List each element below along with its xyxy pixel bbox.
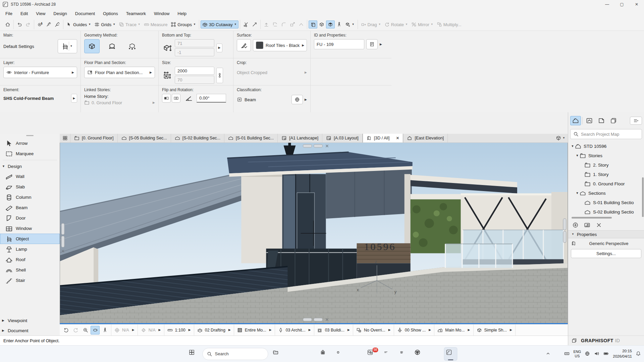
caret-down-icon[interactable]: ▼ [575,154,580,157]
tab-0-ground-floor[interactable]: [0. Ground Floor] [70,134,118,142]
tab-views-icon[interactable] [556,135,561,141]
guides-button[interactable]: Guides▼ [65,20,93,28]
menu-document[interactable]: Document [71,9,99,18]
taskbar-code-button[interactable] [428,347,442,361]
menu-options[interactable]: Options [99,9,122,18]
zoom-in-button[interactable] [81,326,90,335]
view-cube-button[interactable] [317,20,326,28]
tab-a-03-layout[interactable]: [A.03 Layout] [322,134,363,142]
taskbar-firefox-button[interactable] [302,347,316,361]
redo-button[interactable] [24,20,33,28]
bottom-top-expand-button[interactable]: ▶ [216,44,222,52]
tree-item-stories[interactable]: ▼Stories [568,151,644,160]
chevron-right-icon[interactable]: ▶ [380,43,382,46]
tree-item-s-02-building-sectio[interactable]: S-02 Building Sectio [568,207,644,217]
toolbox-item-arrow[interactable]: Arrow [0,138,60,148]
grids-button[interactable]: Grids▼ [93,20,117,28]
geometry-method-simple-button[interactable] [84,39,100,53]
quick-option-03-buildi[interactable]: 03 Buildi...▶ [314,324,353,336]
tree-horizontal-scrollbar[interactable] [572,217,641,220]
quick-option-1-100[interactable]: 1:100▶ [164,324,194,336]
classification-globe-button[interactable] [291,95,303,104]
menu-edit[interactable]: Edit [16,9,32,18]
toolbox-item-object[interactable]: Object [0,234,60,244]
caret-down-icon[interactable]: ▼ [562,137,565,139]
properties-header[interactable]: ▼ Properties [568,230,644,238]
mirror-button[interactable]: Mirror▼ [410,20,435,28]
quick-option-main-mo[interactable]: Main Mo...▶ [434,324,473,336]
menu-file[interactable]: File [1,9,16,18]
toolbox-item-shell[interactable]: Shell [0,265,60,275]
tab-a1-landscape[interactable]: [A1 Landscape] [278,134,322,142]
viewport-3d[interactable]: 10596 z [60,143,568,324]
toolbox-item-column[interactable]: Column [0,192,60,202]
taskbar-wechat-button[interactable]: 98 [365,347,379,361]
layout-book-button[interactable] [596,116,607,125]
hidden-icons-button[interactable] [545,351,551,357]
tab-close-icon[interactable]: ✕ [396,136,399,140]
tab-3d-all[interactable]: [3D / All]✕ [363,134,404,142]
toolbox-item-door[interactable]: Door [0,213,60,223]
home-button[interactable] [3,20,12,28]
element-id-input[interactable]: FU - 109 [314,39,364,49]
adjust-button[interactable] [250,20,259,28]
tree-item-s-01-building-sectio[interactable]: S-01 Building Sectio [568,198,644,207]
toolbox-item-lamp[interactable]: Lamp [0,244,60,254]
toolbox-item-beam[interactable]: Beam [0,202,60,213]
walk-button[interactable] [100,326,109,335]
inject-polygon-button[interactable] [53,20,62,28]
measure-button[interactable]: Measure [142,20,169,28]
element-expand-button[interactable]: ▶ [71,94,77,103]
start-button[interactable] [187,347,200,361]
chevron-right-icon[interactable]: ▶ [302,44,304,47]
notifications-icon[interactable] [636,351,641,357]
battery-icon[interactable] [603,351,609,357]
surface-field[interactable]: Roof Tiles - Black ▶ [253,39,307,51]
toolbox-group-document[interactable]: ▶Document [0,325,60,336]
elevate-button[interactable] [262,20,271,28]
quick-option-n-a[interactable]: N/A▶ [138,324,164,336]
quick-option-entire-mo[interactable]: Entire Mo...▶ [234,324,275,336]
quick-option-no-overri[interactable]: No Overri...▶ [353,324,394,336]
navigator-menu-button[interactable] [630,117,642,125]
taskbar-spotify-button[interactable] [397,347,410,361]
quick-option-00-show[interactable]: 00 Show ...▶ [394,324,434,336]
groups-button[interactable]: Groups▼ [169,20,198,28]
viewpoint-settings-icon[interactable] [584,222,590,228]
taskbar-edge-button[interactable] [286,347,300,361]
surface-paint-button[interactable] [237,39,251,51]
toolbox-item-slab[interactable]: Slab [0,182,60,192]
quick-option-02-drafting[interactable]: 02 Drafting▶ [194,324,234,336]
rotation-angle-input[interactable]: 0.00° [197,94,226,103]
taskbar-outlook-button[interactable] [334,347,347,361]
language-indicator[interactable]: ENGUS [574,350,581,358]
tree-item-1-story[interactable]: 1. Story [568,170,644,179]
tray-app-icon[interactable] [555,351,560,357]
add-viewpoint-icon[interactable] [572,222,579,228]
walk-button[interactable] [335,20,343,28]
trim-button[interactable] [271,20,279,28]
tree-vertical-scrollbar[interactable] [642,177,644,217]
view-redo-button[interactable] [71,326,80,335]
menu-design[interactable]: Design [49,9,71,18]
toolbox-item-window[interactable]: Window [0,223,60,234]
delete-viewpoint-icon[interactable] [596,222,602,228]
tab-s-05-building-sec[interactable]: [S-05 Building Sec... [118,134,171,142]
proportional-link-button[interactable] [216,68,223,83]
taskbar-archicad-button[interactable] [444,347,458,361]
network-icon[interactable] [585,351,590,357]
layer-field[interactable]: Interior - Furniture ▶ [3,67,77,78]
quick-option-n-a[interactable]: N/A▶ [111,324,138,336]
eye-icon[interactable] [6,70,12,75]
caret-right-icon[interactable]: ▶ [2,329,5,332]
fillet-button[interactable] [279,20,288,28]
chevron-right-icon[interactable]: ▶ [72,71,74,74]
size-width-input[interactable]: 2000 [175,67,214,75]
taskbar-chrome-button[interactable] [413,347,426,361]
view-shaded-cube-button[interactable] [326,20,335,28]
drag-button[interactable]: Drag▼ [359,20,383,28]
taskbar-file-explorer-button[interactable] [271,347,284,361]
menu-teamwork[interactable]: Teamwork [122,9,150,18]
publisher-button[interactable] [608,116,619,125]
view-open-cube-button[interactable] [309,20,317,28]
